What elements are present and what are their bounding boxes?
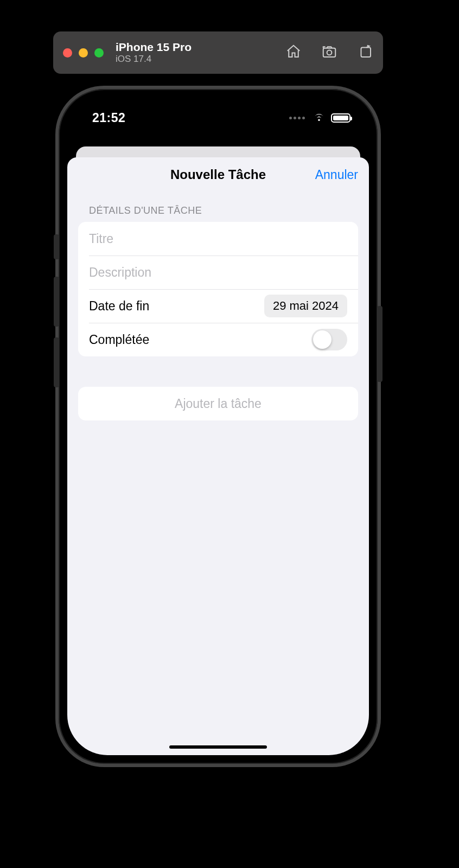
home-icon[interactable] xyxy=(285,43,302,62)
add-task-button[interactable]: Ajouter la tâche xyxy=(78,387,358,420)
section-header-details: Détails d'une tâche xyxy=(67,192,369,222)
status-time: 21:52 xyxy=(92,111,125,125)
svg-point-1 xyxy=(327,50,332,55)
task-details-group: Date de fin 29 mai 2024 Complétée xyxy=(78,222,358,356)
status-bar: 21:52 xyxy=(67,98,369,133)
side-button-volume-down xyxy=(54,337,59,387)
new-task-sheet: Nouvelle Tâche Annuler Détails d'une tâc… xyxy=(67,157,369,755)
svg-rect-0 xyxy=(323,48,336,57)
wifi-icon xyxy=(313,110,326,125)
svg-rect-2 xyxy=(361,48,371,58)
sheet-title: Nouvelle Tâche xyxy=(170,167,266,182)
side-button-volume-up xyxy=(54,277,59,327)
sheet-nav-bar: Nouvelle Tâche Annuler xyxy=(67,157,369,192)
os-version: iOS 17.4 xyxy=(116,54,192,65)
device-name: iPhone 15 Pro xyxy=(116,41,192,54)
side-button-mute xyxy=(54,234,59,259)
completed-toggle[interactable] xyxy=(311,329,347,350)
phone-frame: 21:52 Nouvelle Tâche Annuler Détails d'u… xyxy=(55,86,381,767)
window-traffic-lights xyxy=(63,48,104,58)
description-row xyxy=(78,256,358,289)
phone-screen: 21:52 Nouvelle Tâche Annuler Détails d'u… xyxy=(67,98,369,755)
minimize-window-button[interactable] xyxy=(79,48,88,58)
due-date-row: Date de fin 29 mai 2024 xyxy=(78,289,358,323)
cancel-button[interactable]: Annuler xyxy=(315,168,358,182)
home-indicator[interactable] xyxy=(169,745,267,749)
due-date-label: Date de fin xyxy=(89,299,149,314)
completed-label: Complétée xyxy=(89,333,149,347)
simulator-title: iPhone 15 Pro iOS 17.4 xyxy=(116,41,192,65)
title-input[interactable] xyxy=(89,232,347,246)
due-date-picker[interactable]: 29 mai 2024 xyxy=(264,295,347,317)
battery-icon xyxy=(331,113,350,123)
side-button-power xyxy=(377,306,382,382)
screenshot-icon[interactable] xyxy=(321,43,337,62)
completed-row: Complétée xyxy=(78,323,358,356)
rotate-icon[interactable] xyxy=(357,43,373,62)
close-window-button[interactable] xyxy=(63,48,72,58)
zoom-window-button[interactable] xyxy=(94,48,104,58)
simulator-titlebar: iPhone 15 Pro iOS 17.4 xyxy=(53,31,383,74)
status-cellular-icon xyxy=(289,117,305,119)
description-input[interactable] xyxy=(89,265,347,280)
title-row xyxy=(78,222,358,256)
